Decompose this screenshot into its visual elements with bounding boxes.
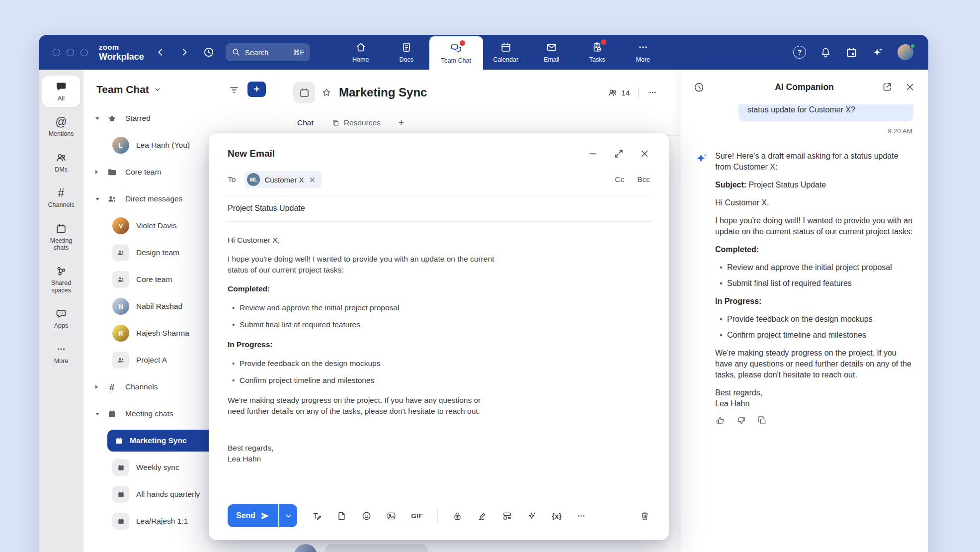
channel-tabs: Chat Resources + [278, 103, 680, 136]
close-icon[interactable] [904, 82, 915, 92]
user-avatar[interactable] [898, 44, 913, 60]
caret-down-icon[interactable] [95, 117, 105, 120]
channel-more-icon[interactable] [647, 87, 658, 98]
notifications-bell-icon[interactable] [819, 46, 832, 59]
window-controls [53, 49, 88, 56]
tab-chat[interactable]: Chat [297, 118, 314, 127]
expand-icon[interactable] [613, 148, 624, 159]
rail-item-meeting-chats[interactable]: Meeting chats [42, 218, 80, 257]
nav-more[interactable]: More [620, 35, 666, 70]
filter-icon[interactable] [229, 84, 240, 95]
bullet-item: Provide feedback on the design mockups [240, 358, 650, 369]
more-dots-icon [55, 343, 67, 355]
new-email-modal: New Email To ML Customer X [209, 133, 669, 540]
calendar-filled-icon [105, 409, 118, 419]
gif-icon[interactable]: GIF [411, 512, 423, 520]
nav-docs[interactable]: Docs [384, 35, 429, 70]
encrypt-icon[interactable] [452, 511, 463, 521]
thumbs-down-icon[interactable] [736, 415, 746, 426]
help-icon[interactable]: ? [793, 46, 806, 59]
nav-home-label: Home [352, 56, 369, 63]
open-external-icon[interactable] [882, 82, 893, 92]
rail-channels-label: Channels [48, 201, 75, 208]
rail-item-all[interactable]: All [42, 76, 80, 107]
members-button[interactable]: 14 [607, 88, 630, 98]
send-button[interactable]: Send [228, 504, 278, 527]
variables-icon[interactable]: {x} [552, 512, 562, 520]
emoji-icon[interactable] [361, 511, 372, 521]
chat-message-row: R Great discussion team! [294, 544, 428, 552]
search-input[interactable]: Search ⌘F [226, 43, 310, 61]
signature-icon[interactable] [477, 511, 488, 521]
recipient-chip[interactable]: ML Customer X [245, 171, 321, 188]
thumbs-up-icon[interactable] [715, 415, 726, 426]
rail-item-channels[interactable]: # Channels [42, 182, 80, 213]
rail-meeting-chats-label: Meeting chats [42, 237, 80, 252]
sidebar-header: Team Chat + [83, 70, 278, 103]
tab-resources[interactable]: Resources [331, 118, 381, 127]
rail-item-apps[interactable]: Apps [42, 303, 80, 334]
ai-signature: Lea Hahn [715, 398, 913, 409]
new-chat-button[interactable]: + [247, 82, 266, 97]
toolbar-more-icon[interactable] [576, 511, 586, 521]
remove-recipient-icon[interactable] [309, 176, 316, 184]
ai-subject-value: Project Status Update [749, 181, 826, 189]
caret-right-icon[interactable] [95, 385, 105, 389]
bcc-button[interactable]: Bcc [637, 175, 650, 184]
forward-arrow-icon[interactable] [179, 47, 190, 58]
attach-file-icon[interactable] [336, 511, 347, 521]
nav-email[interactable]: Email [529, 35, 574, 70]
traffic-light-close[interactable] [53, 49, 60, 56]
top-navigation: Home Docs Team Chat Calendar [338, 35, 666, 70]
text-format-icon[interactable] [312, 511, 322, 521]
traffic-light-minimize[interactable] [67, 49, 74, 56]
nav-team-chat[interactable]: Team Chat [429, 36, 483, 70]
nav-tasks-label: Tasks [589, 56, 605, 63]
rail-shared-spaces-label: Shared spaces [42, 279, 80, 294]
sidebar-title-dropdown[interactable]: Team Chat [96, 84, 162, 95]
caret-down-icon[interactable] [95, 198, 105, 200]
rail-item-more[interactable]: More [42, 338, 80, 369]
close-icon[interactable] [639, 148, 650, 159]
docs-icon [401, 41, 412, 53]
nav-team-chat-label: Team Chat [441, 57, 471, 64]
send-options-button[interactable] [278, 504, 297, 527]
send-split-button: Send [228, 504, 297, 527]
more-icon [637, 41, 649, 53]
sidebar-item-starred[interactable]: Starred [83, 105, 278, 132]
user-prompt-bubble: Can you draft an email that provides a s… [738, 104, 913, 121]
body-closing: We're making steady progress on the proj… [228, 395, 498, 417]
nav-home[interactable]: Home [338, 35, 384, 70]
nav-tasks[interactable]: Tasks [574, 35, 620, 70]
rail-item-shared-spaces[interactable]: Shared spaces [42, 260, 80, 299]
sidebar-direct-messages-label: Direct messages [125, 194, 182, 203]
add-tab-button[interactable]: + [399, 117, 404, 128]
cc-button[interactable]: Cc [615, 175, 624, 184]
sidebar-design-team-label: Design team [136, 248, 179, 257]
traffic-light-zoom[interactable] [81, 49, 88, 56]
members-icon [607, 88, 618, 98]
group-icon [112, 244, 129, 261]
calendar-date-icon[interactable] [845, 46, 858, 59]
rail-item-dms[interactable]: DMs [42, 147, 80, 178]
template-icon[interactable] [502, 511, 512, 521]
ai-history-icon[interactable] [693, 82, 705, 93]
compose-header: New Email [226, 133, 652, 163]
caret-right-icon[interactable] [95, 170, 105, 174]
nav-calendar[interactable]: Calendar [483, 35, 529, 70]
insert-image-icon[interactable] [386, 511, 397, 521]
discard-draft-icon[interactable] [640, 511, 650, 521]
ai-sparkle-icon[interactable] [527, 511, 537, 521]
toolbar-divider [437, 509, 438, 522]
star-outline-icon[interactable] [322, 88, 331, 97]
rail-item-mentions[interactable]: @ Mentions [42, 111, 80, 142]
copy-icon[interactable] [757, 415, 767, 426]
caret-down-icon[interactable] [95, 413, 105, 415]
minimize-icon[interactable] [587, 148, 598, 159]
subject-field[interactable]: Project Status Update [226, 195, 652, 222]
channel-header-controls: 14 [607, 87, 658, 98]
history-icon[interactable] [203, 46, 215, 58]
email-body[interactable]: Hi Customer X, I hope you're doing well!… [226, 222, 652, 496]
back-arrow-icon[interactable] [155, 47, 166, 58]
ai-companion-sparkle-icon[interactable] [871, 46, 884, 59]
